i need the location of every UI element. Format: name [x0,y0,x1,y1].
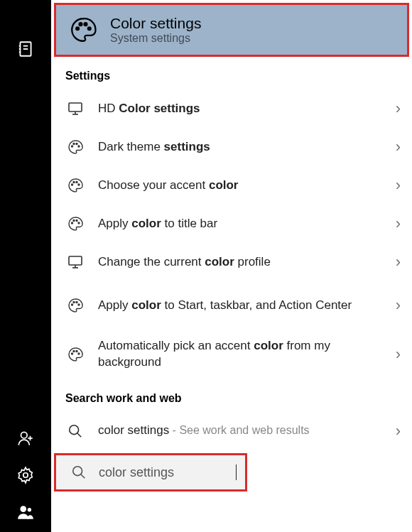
search-icon [65,421,85,441]
settings-result-item[interactable]: HD Color settings› [51,89,412,128]
palette-icon [65,295,85,315]
svg-point-9 [23,473,28,478]
svg-point-30 [78,222,80,224]
svg-point-13 [80,23,82,26]
result-text: Choose your accent color [98,178,383,194]
svg-point-35 [73,302,75,303]
svg-point-10 [20,506,26,512]
palette-icon [65,137,85,157]
monitor-icon [65,99,85,119]
svg-rect-31 [69,256,82,265]
svg-point-14 [85,23,87,26]
sidebar-add-person-icon[interactable] [9,421,43,455]
search-web-result[interactable]: color settings - See work and web result… [51,412,412,450]
sidebar-dictionary-icon[interactable] [9,32,43,66]
chevron-right-icon: › [396,138,402,156]
svg-point-39 [73,350,75,352]
best-match-result[interactable]: Color settings System settings [54,3,409,57]
result-text: Automatically pick an accent color from … [98,338,383,371]
svg-point-37 [78,304,80,305]
palette-icon [67,14,99,45]
svg-point-6 [21,432,28,438]
settings-result-item[interactable]: Dark theme settings› [51,128,412,166]
result-text: Dark theme settings [98,139,383,156]
result-text: Apply color to Start, taskbar, and Actio… [98,298,383,314]
svg-point-19 [72,146,73,147]
svg-point-21 [76,143,77,145]
svg-point-25 [76,182,77,183]
svg-rect-16 [69,103,82,112]
svg-point-23 [72,184,73,185]
svg-point-40 [76,350,77,352]
text-cursor [236,465,237,480]
settings-result-item[interactable]: Apply color to title bar› [51,205,412,243]
svg-point-38 [72,353,73,354]
svg-point-12 [76,27,79,30]
palette-icon [65,175,85,195]
search-icon [69,462,89,482]
svg-point-15 [88,27,91,30]
chevron-right-icon: › [396,176,402,195]
svg-point-11 [28,508,31,511]
svg-point-22 [78,146,80,147]
chevron-right-icon: › [396,345,402,364]
svg-point-20 [73,143,75,145]
svg-point-29 [76,220,77,222]
palette-icon [65,344,85,364]
settings-result-item[interactable]: Apply color to Start, taskbar, and Actio… [51,281,412,330]
section-header-settings: Settings [51,57,412,89]
svg-line-43 [77,433,82,438]
svg-point-27 [72,222,73,224]
svg-point-26 [78,184,80,185]
result-text: Change the current color profile [98,254,383,271]
svg-point-41 [78,353,80,354]
chevron-right-icon: › [396,99,402,118]
search-input-text: color settings [99,464,234,481]
settings-result-item[interactable]: Change the current color profile› [51,243,412,281]
settings-result-item[interactable]: Choose your accent color› [51,166,412,205]
result-text: HD Color settings [98,101,383,117]
settings-result-item[interactable]: Automatically pick an accent color from … [51,330,412,379]
result-text: Apply color to title bar [98,216,383,232]
best-match-text: Color settings System settings [110,15,201,45]
sidebar-people-icon[interactable] [9,495,43,529]
chevron-right-icon: › [396,215,402,233]
svg-line-45 [81,474,85,479]
svg-point-28 [73,220,75,222]
monitor-icon [65,252,85,272]
search-web-text: color settings - See work and web result… [98,423,383,439]
chevron-right-icon: › [396,422,402,440]
best-match-title: Color settings [110,15,201,32]
palette-icon [65,214,85,234]
best-match-subtitle: System settings [110,32,201,45]
chevron-right-icon: › [396,296,402,315]
settings-results-list: HD Color settings›Dark theme settings›Ch… [51,89,412,379]
sidebar-gear-icon[interactable] [9,458,43,492]
svg-point-44 [73,467,82,476]
svg-point-34 [72,304,73,305]
search-input-box[interactable]: color settings [54,453,247,492]
section-header-search-web: Search work and web [51,379,412,412]
svg-point-36 [76,302,77,303]
search-results-panel: Color settings System settings Settings … [51,0,412,492]
svg-point-24 [73,182,75,183]
chevron-right-icon: › [396,253,402,271]
svg-point-42 [70,425,79,435]
search-sidebar [0,0,51,532]
